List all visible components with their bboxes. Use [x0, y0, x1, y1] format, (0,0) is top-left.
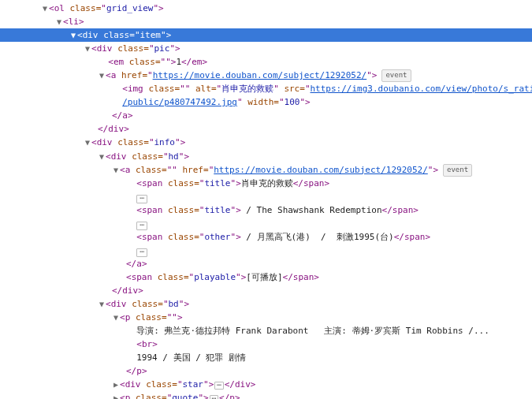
node-quote-collapsed[interactable]: ▶<p class="quote">⋯</p>: [0, 391, 532, 399]
twisty-open-icon[interactable]: ▼: [69, 29, 77, 42]
node-hd-close[interactable]: </div>: [0, 284, 532, 297]
href-link[interactable]: https://movie.douban.com/subject/1292052…: [214, 165, 428, 175]
node-a-hd-close[interactable]: </a>: [0, 257, 532, 270]
node-info-open[interactable]: ▼<div class="info">: [0, 136, 532, 149]
node-p-text2[interactable]: 1994 / 美国 / 犯罪 剧情: [0, 351, 532, 364]
node-p-close[interactable]: </p>: [0, 364, 532, 378]
text-ellipsis-icon[interactable]: ⋯: [136, 222, 147, 230]
node-pic-open[interactable]: ▼<div class="pic">: [0, 42, 532, 55]
whitespace-node[interactable]: ⋯: [0, 244, 532, 257]
node-li-open[interactable]: ▼<li>: [0, 15, 532, 28]
twisty-open-icon[interactable]: ▼: [112, 311, 120, 324]
twisty-open-icon[interactable]: ▼: [41, 2, 49, 15]
node-p-open[interactable]: ▼<p class="">: [0, 311, 532, 324]
twisty-open-icon[interactable]: ▼: [84, 136, 91, 149]
twisty-open-icon[interactable]: ▼: [112, 164, 120, 177]
text-ellipsis-icon[interactable]: ⋯: [136, 248, 147, 257]
node-img-line2[interactable]: /public/p480747492.jpg" width="100">: [0, 95, 532, 109]
node-span-playable[interactable]: <span class="playable">[可播放]</span>: [0, 270, 532, 284]
node-ol-open[interactable]: ▼<ol class="grid_view">: [0, 2, 532, 15]
twisty-open-icon[interactable]: ▼: [98, 151, 106, 163]
twisty-open-icon[interactable]: ▼: [84, 43, 91, 55]
node-img-line1[interactable]: <img class="" alt="肖申克的救赎" src="https://…: [0, 82, 532, 95]
node-p-text1[interactable]: 导演: 弗兰克·德拉邦特 Frank Darabont 主演: 蒂姆·罗宾斯 T…: [0, 324, 532, 337]
whitespace-node[interactable]: ⋯: [0, 190, 532, 203]
node-a-hd-open[interactable]: ▼<a class="" href="https://movie.douban.…: [0, 163, 532, 177]
node-pic-close[interactable]: </div>: [0, 122, 532, 136]
twisty-open-icon[interactable]: ▼: [98, 69, 106, 82]
src-link[interactable]: https://img3.doubanio.com/view/photo/s_r…: [311, 84, 533, 94]
text-ellipsis-icon[interactable]: ⋯: [136, 195, 147, 203]
whitespace-node[interactable]: ⋯: [0, 217, 532, 230]
node-star-collapsed[interactable]: ▶<div class="star">⋯</div>: [0, 378, 532, 391]
twisty-open-icon[interactable]: ▼: [98, 298, 106, 311]
node-br[interactable]: <br>: [0, 337, 532, 351]
node-span-other[interactable]: <span class="other"> / 月黑高飞(港) / 刺激1995(…: [0, 230, 532, 244]
elements-panel: ▼<ol class="grid_view"> ▼<li> ▼<div clas…: [0, 2, 532, 399]
node-hd-open[interactable]: ▼<div class="hd">: [0, 150, 532, 163]
twisty-closed-icon[interactable]: ▶: [112, 392, 120, 399]
event-badge[interactable]: event: [381, 69, 411, 82]
node-span-title1[interactable]: <span class="title">肖申克的救赎</span>: [0, 177, 532, 190]
href-link[interactable]: https://movie.douban.com/subject/1292052…: [153, 70, 367, 80]
node-bd-open[interactable]: ▼<div class="bd">: [0, 297, 532, 311]
node-a-pic-close[interactable]: </a>: [0, 109, 532, 122]
node-span-title2[interactable]: <span class="title"> / The Shawshank Red…: [0, 203, 532, 217]
collapsed-ellipsis-icon[interactable]: ⋯: [214, 382, 223, 389]
twisty-closed-icon[interactable]: ▶: [112, 378, 120, 391]
event-badge[interactable]: event: [443, 164, 472, 177]
node-a-pic-open[interactable]: ▼<a href="https://movie.douban.com/subje…: [0, 69, 532, 82]
src-link-cont[interactable]: /public/p480747492.jpg: [122, 97, 237, 107]
collapsed-ellipsis-icon[interactable]: ⋯: [210, 395, 218, 399]
node-em[interactable]: <em class="">1</em>: [0, 55, 532, 69]
node-item-open[interactable]: ▼<div class="item">: [0, 28, 532, 42]
twisty-open-icon[interactable]: ▼: [55, 16, 63, 28]
